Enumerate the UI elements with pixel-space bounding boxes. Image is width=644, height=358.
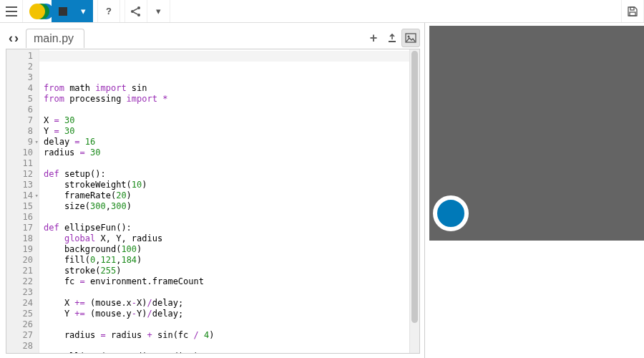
- code-line[interactable]: X = 30: [44, 115, 419, 126]
- code-line[interactable]: global X, Y, radius: [44, 233, 419, 244]
- stop-icon: [59, 7, 67, 16]
- line-number: 12: [9, 169, 33, 180]
- help-icon: ?: [106, 6, 112, 16]
- code-line[interactable]: from math import sin: [44, 83, 419, 94]
- code-content[interactable]: from math import sinfrom processing impo…: [39, 49, 419, 353]
- code-line[interactable]: from processing import *: [44, 94, 419, 105]
- plus-icon: +: [370, 31, 378, 46]
- output-canvas[interactable]: [429, 26, 644, 241]
- line-number: 25: [9, 309, 33, 319]
- line-number: 20: [9, 255, 33, 266]
- line-number: 5: [9, 94, 33, 105]
- line-number: 21: [9, 266, 33, 276]
- line-number: 27: [9, 330, 33, 341]
- line-number: 4: [9, 83, 33, 94]
- line-number: 29: [9, 352, 33, 354]
- line-number: 23: [9, 287, 33, 298]
- line-number: 8: [9, 126, 33, 137]
- top-toolbar: ▾ ? ▾: [0, 0, 644, 23]
- code-line[interactable]: [44, 212, 419, 223]
- hamburger-icon: [6, 6, 17, 16]
- code-line[interactable]: [44, 158, 419, 169]
- line-number: 2: [9, 62, 33, 72]
- file-tab[interactable]: main.py: [26, 29, 84, 48]
- line-number: 28: [9, 341, 33, 352]
- svg-rect-4: [630, 12, 635, 16]
- line-number: 22: [9, 276, 33, 287]
- line-number: 19: [9, 244, 33, 255]
- line-number: 13: [9, 180, 33, 190]
- line-number: 1: [9, 51, 33, 62]
- line-number: 26: [9, 319, 33, 330]
- code-line[interactable]: [44, 287, 419, 298]
- code-line[interactable]: Y = 30: [44, 126, 419, 137]
- share-button[interactable]: [125, 0, 147, 22]
- line-number: 9: [9, 137, 33, 147]
- code-line[interactable]: fill(0,121,184): [44, 255, 419, 266]
- code-line[interactable]: strokeWeight(10): [44, 180, 419, 190]
- upload-icon: [386, 32, 398, 44]
- code-line[interactable]: fc = environment.frameCount: [44, 276, 419, 287]
- line-number: 11: [9, 158, 33, 169]
- line-number: 18: [9, 233, 33, 244]
- line-number: 7: [9, 115, 33, 126]
- svg-point-6: [408, 36, 410, 38]
- line-number: 15: [9, 201, 33, 212]
- svg-rect-3: [630, 7, 634, 10]
- image-mode-button[interactable]: [401, 29, 420, 47]
- code-line[interactable]: ellipse(X,Y,radius,radius): [44, 352, 419, 353]
- upload-button[interactable]: [383, 29, 401, 47]
- next-tab-button[interactable]: ›: [14, 32, 19, 44]
- output-pane: [425, 23, 644, 358]
- image-icon: [405, 32, 416, 44]
- code-line[interactable]: def ellipseFun():: [44, 223, 419, 233]
- line-number: 10: [9, 147, 33, 158]
- code-line[interactable]: [44, 319, 419, 330]
- logo-icon: [29, 4, 45, 19]
- line-number: 14: [9, 190, 33, 201]
- code-line[interactable]: stroke(255): [44, 266, 419, 276]
- current-line-highlight: [39, 51, 419, 62]
- line-number: 24: [9, 298, 33, 309]
- code-line[interactable]: delay = 16: [44, 137, 419, 147]
- editor-tab-row: ‹ › main.py +: [6, 27, 424, 49]
- stop-button[interactable]: [52, 0, 74, 22]
- line-gutter: 1234567891011121314151617181920212223242…: [6, 49, 39, 353]
- menu-button[interactable]: [0, 0, 23, 22]
- chevron-down-icon: ▾: [81, 6, 86, 16]
- code-line[interactable]: radius = 30: [44, 147, 419, 158]
- code-line[interactable]: X += (mouse.x-X)/delay;: [44, 298, 419, 309]
- code-line[interactable]: radius = radius + sin(fc / 4): [44, 330, 419, 341]
- code-line[interactable]: frameRate(20): [44, 190, 419, 201]
- code-line[interactable]: size(300,300): [44, 201, 419, 212]
- code-line[interactable]: [44, 341, 419, 352]
- code-line[interactable]: def setup():: [44, 169, 419, 180]
- canvas-ball: [433, 195, 469, 231]
- code-line[interactable]: [44, 105, 419, 115]
- add-file-button[interactable]: +: [364, 29, 383, 47]
- logo[interactable]: [23, 0, 52, 22]
- run-dropdown-button[interactable]: ▾: [74, 0, 93, 22]
- save-icon: [627, 6, 638, 17]
- save-button[interactable]: [621, 0, 644, 22]
- code-editor[interactable]: 1234567891011121314151617181920212223242…: [6, 49, 420, 354]
- line-number: 16: [9, 212, 33, 223]
- more-dropdown-button[interactable]: ▾: [147, 0, 170, 22]
- main-area: ‹ › main.py +: [0, 23, 644, 358]
- code-line[interactable]: background(100): [44, 244, 419, 255]
- editor-pane: ‹ › main.py +: [0, 23, 425, 358]
- help-button[interactable]: ?: [97, 0, 120, 22]
- share-icon: [130, 6, 142, 17]
- chevron-down-icon: ▾: [156, 6, 161, 16]
- line-number: 6: [9, 105, 33, 115]
- line-number: 3: [9, 72, 33, 83]
- code-line[interactable]: Y += (mouse.y-Y)/delay;: [44, 309, 419, 319]
- line-number: 17: [9, 223, 33, 233]
- prev-tab-button[interactable]: ‹: [9, 32, 13, 44]
